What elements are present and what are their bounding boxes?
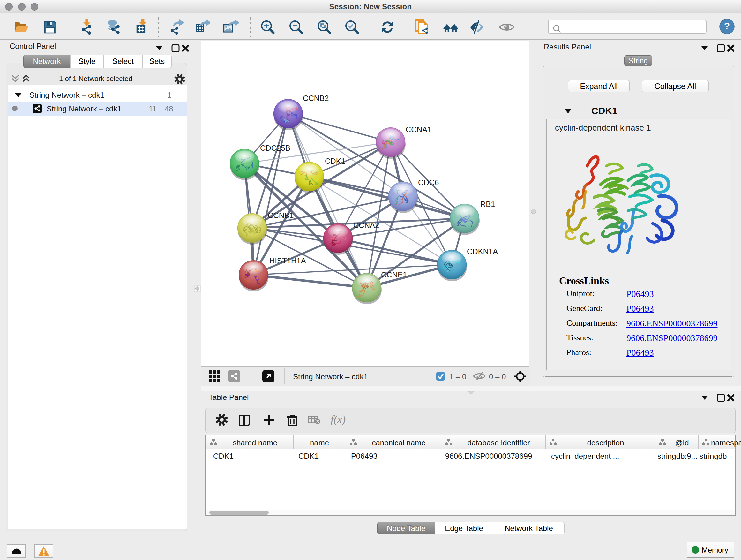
svg-text:CCNA2: CCNA2 [353, 221, 379, 230]
svg-text:CCNB2: CCNB2 [303, 94, 329, 103]
svg-text:CDK1: CDK1 [325, 157, 345, 165]
svg-text:HIST1H1A: HIST1H1A [269, 256, 306, 265]
svg-text:RB1: RB1 [480, 200, 495, 208]
svg-text:CCNB1: CCNB1 [268, 211, 293, 220]
svg-text:CDKN1A: CDKN1A [467, 247, 498, 256]
svg-text:CDC6: CDC6 [418, 178, 439, 187]
svg-text:CCNA1: CCNA1 [406, 125, 431, 134]
svg-text:?: ? [724, 21, 730, 31]
svg-text:CCNE1: CCNE1 [381, 270, 407, 279]
svg-text:CDC25B: CDC25B [260, 144, 290, 152]
